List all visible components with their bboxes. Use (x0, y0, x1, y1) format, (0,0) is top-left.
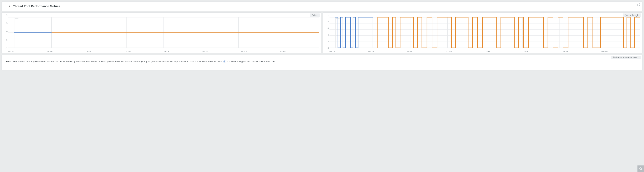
chart-queue-length[interactable]: Queue Length (323, 12, 642, 53)
chart-canvas-queue (330, 14, 640, 52)
section-header: Thread Pool Performance Metrics (2, 2, 642, 11)
xtick: 08 PM (602, 50, 640, 53)
xtick: 07:45 (242, 50, 280, 53)
xtick: 06:30 (47, 50, 86, 53)
note-post: and give the dashboard a new URL. (236, 60, 276, 63)
bullet-icon (9, 6, 10, 6)
x-axis-active: 06:15 06:30 06:45 07 PM 07:15 07:30 07:4… (8, 50, 319, 53)
pencil-icon (223, 60, 226, 63)
xtick: 07:30 (524, 50, 563, 53)
ytick: .6 (324, 27, 329, 30)
xtick: 07:45 (563, 50, 602, 53)
clone-word: Clone (229, 60, 236, 63)
make-own-version-button[interactable]: Make your own version... (611, 56, 641, 59)
ytick: -1 (3, 47, 8, 49)
note-pre: This dashboard is provided by Wavefront.… (13, 60, 222, 63)
ytick: 0 (3, 30, 8, 33)
chart-canvas-active (8, 14, 319, 52)
ytick: -.5 (3, 39, 8, 41)
ytick: .4 (324, 34, 329, 36)
svg-line-0 (638, 4, 640, 5)
xtick: 07:15 (485, 50, 524, 53)
charts-row: Active (2, 12, 642, 53)
xtick: 06:45 (407, 50, 446, 53)
xtick: 06:15 (8, 50, 47, 53)
chart-title: Queue Length (623, 14, 641, 17)
clone-prefix: > (227, 60, 229, 63)
chart-title: Active (310, 14, 320, 17)
xtick: 07 PM (125, 50, 164, 53)
ytick: 1 (3, 14, 8, 16)
xtick: 07:15 (164, 50, 202, 53)
xtick: 06:30 (368, 50, 407, 53)
note-card: Make your own version... Note: This dash… (2, 55, 642, 70)
y-axis-queue: 1 .8 .6 .4 .2 0 (324, 14, 329, 49)
ytick: .5 (3, 22, 8, 24)
ytick: .2 (324, 40, 329, 43)
x-axis-queue: 06:15 06:30 06:45 07 PM 07:15 07:30 07:4… (330, 50, 640, 53)
xtick: 08 PM (280, 50, 319, 53)
chart-active[interactable]: Active (2, 12, 321, 53)
svg-rect-15 (15, 19, 18, 19)
xtick: 07 PM (446, 50, 485, 53)
svg-rect-14 (15, 18, 18, 18)
note-label: Note: (6, 60, 12, 63)
xtick: 06:45 (86, 50, 125, 53)
ytick: 0 (324, 47, 329, 49)
y-axis-active: 1 .5 0 -.5 -1 (3, 14, 8, 49)
xtick: 06:15 (330, 50, 368, 53)
ytick: .8 (324, 20, 329, 23)
external-link-icon[interactable] (637, 3, 640, 7)
note-text: Note: This dashboard is provided by Wave… (6, 60, 638, 63)
xtick: 07:30 (202, 50, 242, 53)
ytick: 1 (324, 14, 329, 16)
section-title: Thread Pool Performance Metrics (13, 4, 60, 8)
